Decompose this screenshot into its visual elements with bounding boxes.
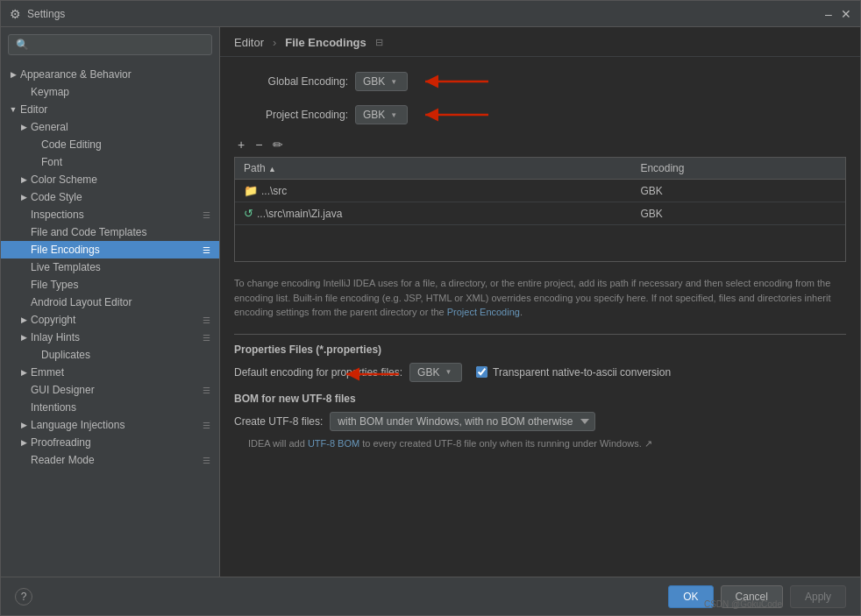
encoding-value: GBK — [640, 185, 662, 197]
sidebar-item-label: Android Layout Editor — [31, 296, 132, 308]
divider — [234, 334, 846, 335]
window-controls: – ✕ — [822, 7, 853, 21]
sidebar-item-reader-mode[interactable]: ▶ Reader Mode ☰ — [1, 451, 219, 469]
sidebar-item-inlay-hints[interactable]: ▶ Inlay Hints ☰ — [1, 329, 219, 346]
dropdown-arrow-icon: ▼ — [390, 111, 397, 119]
spacer-icon: ▶ — [18, 209, 29, 220]
sidebar-item-editor[interactable]: ▼ Editor — [1, 101, 219, 118]
chevron-down-icon: ▼ — [8, 104, 18, 115]
sidebar-item-code-style[interactable]: ▶ Code Style — [1, 188, 219, 206]
main-body: Global Encoding: GBK ▼ — [220, 57, 860, 577]
path-value: ...\src\main\Zi.java — [257, 208, 342, 220]
sidebar-item-font[interactable]: ▶ Font — [1, 153, 219, 171]
transparent-label: Transparent native-to-ascii conversion — [493, 366, 671, 379]
sidebar-item-android-layout[interactable]: ▶ Android Layout Editor — [1, 294, 219, 311]
sidebar-item-label: File Encodings — [31, 244, 100, 256]
global-encoding-dropdown[interactable]: GBK ▼ — [355, 72, 408, 91]
spacer-icon: ▶ — [18, 385, 29, 395]
watermark: CSDN @GokuCode — [704, 599, 782, 609]
bom-create-row: Create UTF-8 files: with BOM under Windo… — [234, 412, 846, 431]
encoding-column-header[interactable]: Encoding — [631, 158, 845, 180]
sidebar-item-intentions[interactable]: ▶ Intentions — [1, 399, 219, 416]
path-cell: ↺ ...\src\main\Zi.java — [235, 202, 631, 225]
sidebar-item-label: Intentions — [31, 401, 76, 414]
sidebar-item-emmet[interactable]: ▶ Emmet — [1, 364, 219, 381]
settings-gear-icon: ⊟ — [375, 37, 383, 48]
sidebar-item-lang-injections[interactable]: ▶ Language Injections ☰ — [1, 416, 219, 434]
sidebar-item-file-encodings[interactable]: ▶ File Encodings ☰ — [1, 241, 219, 258]
path-value: ...\src — [261, 185, 287, 197]
sidebar-item-duplicates[interactable]: ▶ Duplicates — [1, 346, 219, 364]
sidebar: ▶ Appearance & Behavior ▶ Keymap ▼ Edito… — [1, 27, 220, 577]
sidebar-item-live-templates[interactable]: ▶ Live Templates — [1, 258, 219, 276]
sidebar-item-label: Copyright — [31, 314, 75, 326]
sidebar-item-color-scheme[interactable]: ▶ Color Scheme — [1, 171, 219, 188]
sidebar-item-code-editing[interactable]: ▶ Code Editing — [1, 136, 219, 153]
sidebar-item-file-code-templates[interactable]: ▶ File and Code Templates — [1, 223, 219, 241]
sidebar-item-label: Emmet — [31, 366, 64, 379]
project-encoding-value: GBK — [363, 109, 385, 121]
spacer-icon: ▶ — [18, 227, 29, 237]
sidebar-item-file-types[interactable]: ▶ File Types — [1, 276, 219, 294]
edit-row-button[interactable]: ✏ — [269, 136, 287, 153]
spacer-icon: ▶ — [18, 244, 29, 255]
chevron-right-icon: ▶ — [18, 437, 29, 448]
sidebar-item-inspections[interactable]: ▶ Inspections ☰ — [1, 206, 219, 223]
spacer-icon: ▶ — [18, 262, 29, 273]
sidebar-item-label: Reader Mode — [31, 454, 95, 466]
encoding-table: Path ▲ Encoding — [235, 158, 845, 225]
sidebar-item-gui-designer[interactable]: ▶ GUI Designer ☰ — [1, 381, 219, 399]
red-arrow-global — [418, 69, 497, 94]
sidebar-item-general[interactable]: ▶ General — [1, 118, 219, 136]
chevron-right-icon: ▶ — [18, 315, 29, 325]
sidebar-item-label: Inspections — [31, 209, 84, 221]
sidebar-item-appearance[interactable]: ▶ Appearance & Behavior — [1, 66, 219, 83]
sidebar-item-keymap[interactable]: ▶ Keymap — [1, 83, 219, 101]
titlebar: ⚙ Settings – ✕ — [1, 1, 860, 27]
sidebar-item-label: Proofreading — [31, 436, 91, 449]
default-encoding-dropdown[interactable]: GBK ▼ — [409, 363, 462, 382]
project-encoding-row: Project Encoding: GBK ▼ — [234, 103, 846, 127]
minimize-button[interactable]: – — [822, 7, 836, 21]
spacer-icon: ▶ — [18, 297, 29, 308]
spacer-icon: ▶ — [29, 350, 39, 360]
badge-icon: ☰ — [200, 454, 212, 466]
table-row[interactable]: ↺ ...\src\main\Zi.java GBK — [235, 202, 845, 225]
help-button[interactable]: ? — [15, 588, 32, 605]
breadcrumb-current: File Encodings — [285, 36, 366, 49]
add-row-button[interactable]: + — [234, 136, 248, 153]
dropdown-arrow-icon: ▼ — [390, 78, 397, 86]
project-encoding-dropdown[interactable]: GBK ▼ — [355, 105, 408, 124]
sidebar-item-proofreading[interactable]: ▶ Proofreading — [1, 434, 219, 451]
table-row[interactable]: 📁 ...\src GBK — [235, 180, 845, 202]
encoding-value: GBK — [640, 208, 662, 220]
breadcrumb-parent: Editor — [234, 36, 264, 49]
dropdown-arrow-icon: ▼ — [445, 368, 452, 376]
sidebar-item-label: Inlay Hints — [31, 331, 80, 343]
remove-row-button[interactable]: − — [252, 136, 266, 153]
utf8-bom-link[interactable]: UTF-8 BOM — [308, 438, 359, 449]
global-encoding-value: GBK — [363, 75, 385, 88]
red-arrow-props — [342, 362, 403, 386]
sort-asc-icon: ▲ — [268, 165, 276, 173]
project-encoding-link[interactable]: Project Encoding — [447, 307, 520, 317]
red-arrow-project — [418, 103, 497, 127]
badge-icon: ☰ — [200, 384, 212, 396]
badge-icon: ☰ — [200, 419, 212, 431]
create-utf8-select[interactable]: with BOM under Windows, with no BOM othe… — [330, 412, 595, 431]
search-input[interactable] — [8, 34, 212, 55]
sidebar-item-copyright[interactable]: ▶ Copyright ☰ — [1, 311, 219, 329]
sidebar-item-label: Live Templates — [31, 261, 101, 273]
path-column-header[interactable]: Path ▲ — [235, 158, 631, 180]
apply-button[interactable]: Apply — [790, 585, 846, 608]
breadcrumb-separator: › — [273, 36, 276, 49]
sidebar-item-label: Appearance & Behavior — [20, 68, 132, 81]
spacer-icon: ▶ — [18, 455, 29, 465]
transparent-checkbox[interactable] — [476, 366, 487, 378]
close-button[interactable]: ✕ — [839, 7, 853, 21]
chevron-right-icon: ▶ — [18, 174, 29, 185]
encoding-cell: GBK — [631, 202, 845, 225]
sidebar-item-label: File Types — [31, 279, 78, 291]
transparent-checkbox-row: Transparent native-to-ascii conversion — [476, 366, 671, 379]
global-encoding-label: Global Encoding: — [234, 75, 348, 88]
